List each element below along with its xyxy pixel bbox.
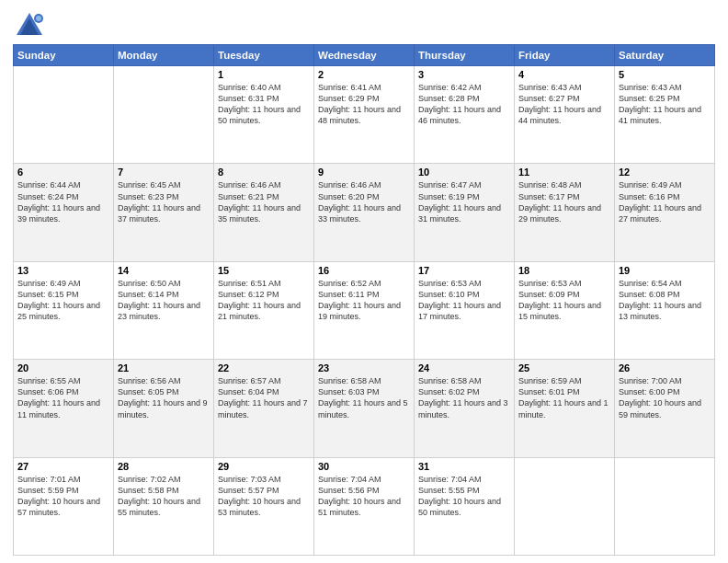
- cell-info: Sunrise: 6:49 AM Sunset: 6:15 PM Dayligh…: [17, 278, 109, 323]
- dow-header: Wednesday: [314, 45, 415, 66]
- calendar-week-row: 20Sunrise: 6:55 AM Sunset: 6:06 PM Dayli…: [14, 360, 715, 457]
- cell-info: Sunrise: 7:04 AM Sunset: 5:55 PM Dayligh…: [418, 474, 510, 519]
- cell-info: Sunrise: 6:51 AM Sunset: 6:12 PM Dayligh…: [218, 278, 310, 323]
- day-number: 1: [218, 69, 310, 80]
- day-number: 22: [218, 362, 310, 373]
- cell-info: Sunrise: 6:56 AM Sunset: 6:05 PM Dayligh…: [118, 375, 210, 420]
- day-number: 17: [418, 265, 510, 276]
- dow-header: Thursday: [415, 45, 515, 66]
- cell-info: Sunrise: 6:50 AM Sunset: 6:14 PM Dayligh…: [118, 278, 210, 323]
- cell-info: Sunrise: 6:43 AM Sunset: 6:25 PM Dayligh…: [619, 82, 711, 127]
- calendar-cell: 20Sunrise: 6:55 AM Sunset: 6:06 PM Dayli…: [14, 360, 114, 457]
- cell-info: Sunrise: 6:43 AM Sunset: 6:27 PM Dayligh…: [518, 82, 610, 127]
- cell-info: Sunrise: 6:59 AM Sunset: 6:01 PM Dayligh…: [518, 375, 610, 420]
- dow-header: Sunday: [14, 45, 114, 66]
- cell-info: Sunrise: 7:02 AM Sunset: 5:58 PM Dayligh…: [118, 474, 210, 519]
- calendar-cell: 6Sunrise: 6:44 AM Sunset: 6:24 PM Daylig…: [14, 164, 114, 261]
- calendar-cell: 8Sunrise: 6:46 AM Sunset: 6:21 PM Daylig…: [214, 164, 314, 261]
- cell-info: Sunrise: 6:58 AM Sunset: 6:03 PM Dayligh…: [318, 375, 410, 420]
- day-number: 18: [518, 265, 610, 276]
- calendar-cell: 10Sunrise: 6:47 AM Sunset: 6:19 PM Dayli…: [415, 164, 515, 261]
- cell-info: Sunrise: 6:52 AM Sunset: 6:11 PM Dayligh…: [318, 278, 410, 323]
- day-number: 13: [17, 265, 109, 276]
- day-number: 5: [619, 69, 711, 80]
- day-number: 8: [218, 167, 310, 178]
- calendar-cell: 21Sunrise: 6:56 AM Sunset: 6:05 PM Dayli…: [114, 360, 214, 457]
- calendar-week-row: 13Sunrise: 6:49 AM Sunset: 6:15 PM Dayli…: [14, 261, 715, 359]
- calendar-cell: 22Sunrise: 6:57 AM Sunset: 6:04 PM Dayli…: [214, 360, 314, 457]
- day-number: 20: [17, 362, 109, 373]
- day-number: 11: [518, 167, 610, 178]
- day-number: 21: [118, 362, 210, 373]
- day-of-week-row: SundayMondayTuesdayWednesdayThursdayFrid…: [14, 45, 715, 66]
- logo: [13, 9, 46, 39]
- dow-header: Friday: [515, 45, 615, 66]
- calendar-cell: 31Sunrise: 7:04 AM Sunset: 5:55 PM Dayli…: [415, 457, 515, 555]
- calendar-table: SundayMondayTuesdayWednesdayThursdayFrid…: [13, 44, 715, 556]
- day-number: 14: [118, 265, 210, 276]
- day-number: 23: [318, 362, 410, 373]
- dow-header: Tuesday: [214, 45, 314, 66]
- calendar-cell: 4Sunrise: 6:43 AM Sunset: 6:27 PM Daylig…: [515, 66, 615, 164]
- cell-info: Sunrise: 6:57 AM Sunset: 6:04 PM Dayligh…: [218, 375, 310, 420]
- cell-info: Sunrise: 6:55 AM Sunset: 6:06 PM Dayligh…: [17, 375, 109, 420]
- calendar-week-row: 6Sunrise: 6:44 AM Sunset: 6:24 PM Daylig…: [14, 164, 715, 261]
- calendar-cell: 19Sunrise: 6:54 AM Sunset: 6:08 PM Dayli…: [615, 261, 715, 359]
- cell-info: Sunrise: 6:44 AM Sunset: 6:24 PM Dayligh…: [17, 179, 109, 224]
- dow-header: Monday: [114, 45, 214, 66]
- dow-header: Saturday: [615, 45, 715, 66]
- calendar-cell: 24Sunrise: 6:58 AM Sunset: 6:02 PM Dayli…: [415, 360, 515, 457]
- day-number: 28: [118, 461, 210, 472]
- cell-info: Sunrise: 6:46 AM Sunset: 6:21 PM Dayligh…: [218, 179, 310, 224]
- calendar-cell: 7Sunrise: 6:45 AM Sunset: 6:23 PM Daylig…: [114, 164, 214, 261]
- day-number: 26: [619, 362, 711, 373]
- calendar-week-row: 1Sunrise: 6:40 AM Sunset: 6:31 PM Daylig…: [14, 66, 715, 164]
- cell-info: Sunrise: 6:41 AM Sunset: 6:29 PM Dayligh…: [318, 82, 410, 127]
- day-number: 2: [318, 69, 410, 80]
- day-number: 25: [518, 362, 610, 373]
- cell-info: Sunrise: 6:40 AM Sunset: 6:31 PM Dayligh…: [218, 82, 310, 127]
- cell-info: Sunrise: 6:58 AM Sunset: 6:02 PM Dayligh…: [418, 375, 510, 420]
- logo-icon: [13, 9, 42, 39]
- calendar-cell: 27Sunrise: 7:01 AM Sunset: 5:59 PM Dayli…: [14, 457, 114, 555]
- calendar-cell: 25Sunrise: 6:59 AM Sunset: 6:01 PM Dayli…: [515, 360, 615, 457]
- calendar-cell: 18Sunrise: 6:53 AM Sunset: 6:09 PM Dayli…: [515, 261, 615, 359]
- cell-info: Sunrise: 6:48 AM Sunset: 6:17 PM Dayligh…: [518, 179, 610, 224]
- calendar-cell: 5Sunrise: 6:43 AM Sunset: 6:25 PM Daylig…: [615, 66, 715, 164]
- calendar-cell: 26Sunrise: 7:00 AM Sunset: 6:00 PM Dayli…: [615, 360, 715, 457]
- calendar-cell: [14, 66, 114, 164]
- calendar-cell: 2Sunrise: 6:41 AM Sunset: 6:29 PM Daylig…: [314, 66, 415, 164]
- day-number: 9: [318, 167, 410, 178]
- calendar-cell: [515, 457, 615, 555]
- calendar-body: 1Sunrise: 6:40 AM Sunset: 6:31 PM Daylig…: [14, 66, 715, 556]
- calendar-cell: 1Sunrise: 6:40 AM Sunset: 6:31 PM Daylig…: [214, 66, 314, 164]
- calendar-cell: 30Sunrise: 7:04 AM Sunset: 5:56 PM Dayli…: [314, 457, 415, 555]
- svg-point-3: [36, 16, 41, 21]
- day-number: 12: [619, 167, 711, 178]
- calendar-cell: 16Sunrise: 6:52 AM Sunset: 6:11 PM Dayli…: [314, 261, 415, 359]
- cell-info: Sunrise: 6:53 AM Sunset: 6:10 PM Dayligh…: [418, 278, 510, 323]
- cell-info: Sunrise: 6:49 AM Sunset: 6:16 PM Dayligh…: [619, 179, 711, 224]
- cell-info: Sunrise: 6:45 AM Sunset: 6:23 PM Dayligh…: [118, 179, 210, 224]
- cell-info: Sunrise: 7:01 AM Sunset: 5:59 PM Dayligh…: [17, 474, 109, 519]
- cell-info: Sunrise: 7:03 AM Sunset: 5:57 PM Dayligh…: [218, 474, 310, 519]
- calendar-cell: 23Sunrise: 6:58 AM Sunset: 6:03 PM Dayli…: [314, 360, 415, 457]
- cell-info: Sunrise: 7:00 AM Sunset: 6:00 PM Dayligh…: [619, 375, 711, 420]
- day-number: 3: [418, 69, 510, 80]
- header: [13, 9, 715, 39]
- calendar-cell: 11Sunrise: 6:48 AM Sunset: 6:17 PM Dayli…: [515, 164, 615, 261]
- cell-info: Sunrise: 6:53 AM Sunset: 6:09 PM Dayligh…: [518, 278, 610, 323]
- day-number: 7: [118, 167, 210, 178]
- calendar-cell: 28Sunrise: 7:02 AM Sunset: 5:58 PM Dayli…: [114, 457, 214, 555]
- day-number: 15: [218, 265, 310, 276]
- page: SundayMondayTuesdayWednesdayThursdayFrid…: [0, 0, 728, 563]
- cell-info: Sunrise: 6:54 AM Sunset: 6:08 PM Dayligh…: [619, 278, 711, 323]
- day-number: 6: [17, 167, 109, 178]
- cell-info: Sunrise: 6:47 AM Sunset: 6:19 PM Dayligh…: [418, 179, 510, 224]
- day-number: 29: [218, 461, 310, 472]
- calendar-cell: 9Sunrise: 6:46 AM Sunset: 6:20 PM Daylig…: [314, 164, 415, 261]
- day-number: 31: [418, 461, 510, 472]
- day-number: 24: [418, 362, 510, 373]
- cell-info: Sunrise: 7:04 AM Sunset: 5:56 PM Dayligh…: [318, 474, 410, 519]
- calendar-week-row: 27Sunrise: 7:01 AM Sunset: 5:59 PM Dayli…: [14, 457, 715, 555]
